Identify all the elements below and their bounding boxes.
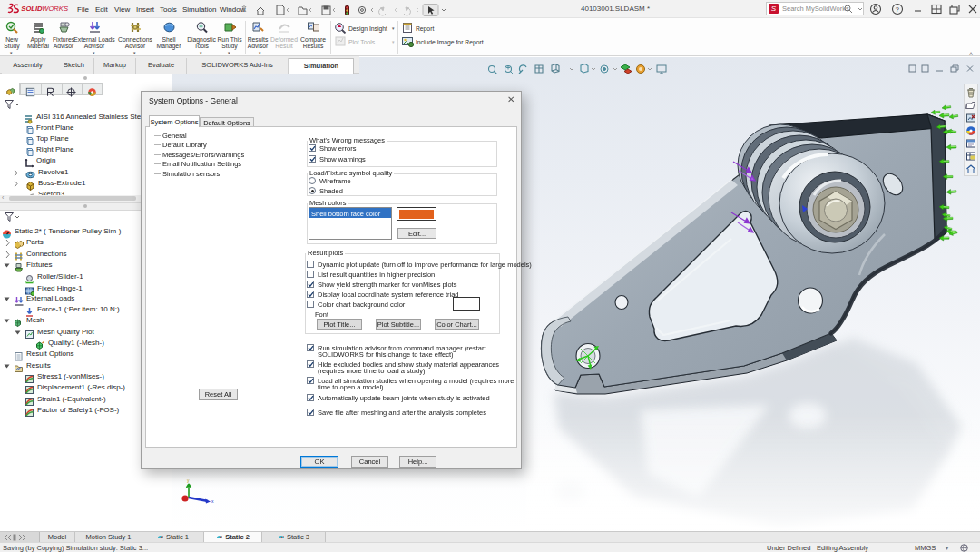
svg-text:WORKS: WORKS xyxy=(42,5,68,13)
svg-text:?: ? xyxy=(896,5,900,14)
svg-text:SOLID: SOLID xyxy=(21,5,43,13)
svg-text:y: y xyxy=(187,478,190,483)
svg-text:x: x xyxy=(211,498,214,504)
